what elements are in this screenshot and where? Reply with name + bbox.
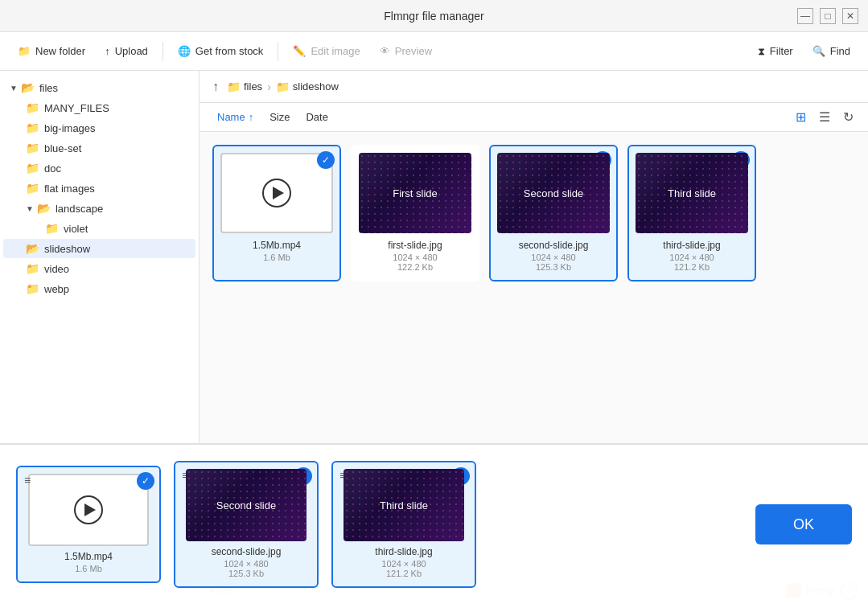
check-badge: ✓	[137, 472, 154, 490]
file-card-second-slide[interactable]: ✓ Second slide second-slide.jpg 1024 × 4…	[489, 145, 618, 281]
sidebar-item-video[interactable]: 📁 video	[3, 259, 195, 278]
file-name: second-slide.jpg	[519, 240, 589, 251]
sidebar-item-flat-images[interactable]: 📁 flat images	[3, 179, 195, 198]
maximize-button[interactable]: □	[820, 8, 836, 24]
file-name: first-slide.jpg	[388, 240, 442, 251]
search-icon: 🔍	[812, 45, 825, 57]
file-dims: 1024 × 480	[669, 253, 714, 262]
upload-icon: ↑	[105, 45, 110, 57]
bottom-card-second-slide[interactable]: ≡ ✓ Second slide second-slide.jpg 1024 ×…	[174, 461, 319, 588]
file-name: 1.5Mb.mp4	[253, 240, 301, 251]
folder-icon: 📁	[26, 162, 39, 175]
sidebar-item-landscape[interactable]: ▼ 📂 landscape	[3, 199, 195, 218]
folder-icon: 📂	[37, 202, 51, 215]
folder-icon: 📁	[26, 262, 39, 275]
breadcrumb-slideshow[interactable]: 📁 slideshow	[276, 80, 339, 93]
sidebar-item-big-images[interactable]: 📁 big-images	[3, 118, 195, 138]
folder-icon: 📁	[26, 101, 39, 114]
view-controls: ⊞ ☰ ↻	[791, 106, 858, 128]
play-icon	[74, 495, 103, 524]
file-size: 121.2 Kb	[674, 262, 710, 272]
sidebar-item-doc[interactable]: 📁 doc	[3, 158, 195, 178]
bottom-card-video[interactable]: ≡ ✓ 1.5Mb.mp4 1.6 Mb	[16, 466, 161, 583]
folder-icon: 📂	[26, 242, 39, 255]
breadcrumb-files[interactable]: 📁 files	[227, 80, 262, 93]
image-thumbnail: Third slide	[343, 469, 464, 541]
image-thumbnail: Second slide	[186, 469, 306, 541]
menu-icon[interactable]: ≡	[24, 474, 31, 487]
toolbar-right: ⧗ Filter 🔍 Find	[750, 40, 858, 63]
file-card-first-slide[interactable]: First slide first-slide.jpg 1024 × 480 1…	[351, 145, 479, 281]
folder-icon: 📁	[26, 142, 39, 154]
file-size: 125.3 Kb	[536, 262, 571, 272]
file-dims: 1024 × 480	[381, 559, 426, 569]
collapse-arrow: ▼	[10, 84, 18, 92]
image-thumbnail: Third slide	[636, 153, 748, 233]
file-size: 1.6 Mb	[75, 564, 102, 573]
file-dims: 1024 × 480	[224, 559, 268, 569]
app-title: Flmngr file manager	[384, 10, 484, 23]
play-triangle	[84, 503, 96, 516]
grid-view-button[interactable]: ⊞	[791, 106, 811, 128]
breadcrumb-up-button[interactable]: ↑	[209, 76, 222, 97]
breadcrumb-separator: ›	[267, 80, 271, 93]
sidebar-item-violet[interactable]: 📁 violet	[3, 219, 195, 238]
toolbar-separator	[162, 42, 163, 61]
window-controls: — □ ✕	[797, 8, 858, 24]
find-button[interactable]: 🔍 Find	[804, 40, 858, 62]
image-thumbnail: Second slide	[497, 153, 610, 233]
video-thumbnail	[220, 153, 333, 233]
sidebar-item-slideshow[interactable]: 📂 slideshow	[3, 239, 195, 258]
collapse-arrow: ▼	[26, 204, 34, 213]
folder-icon: 📁	[227, 80, 241, 93]
sort-by-name-button[interactable]: Name ↑	[209, 108, 261, 126]
edit-image-icon: ✏️	[293, 45, 306, 57]
upload-button[interactable]: ↑ Upload	[97, 40, 156, 62]
sort-bar: Name ↑ Size Date ⊞ ☰ ↻	[200, 103, 868, 132]
sort-by-size-button[interactable]: Size	[261, 108, 298, 126]
minimize-button[interactable]: —	[797, 8, 813, 24]
ok-button[interactable]: OK	[755, 504, 852, 544]
title-bar: Flmngr file manager — □ ✕	[0, 0, 868, 32]
list-view-button[interactable]: ☰	[814, 106, 835, 128]
sidebar-item-many-files[interactable]: 📁 MANY_FILES	[3, 98, 195, 117]
file-name: second-slide.jpg	[212, 546, 282, 557]
bottom-card-third-slide[interactable]: ≡ ✓ Third slide third-slide.jpg 1024 × 4…	[331, 461, 476, 588]
sidebar-item-files-root[interactable]: ▼ 📂 files	[3, 78, 195, 97]
sidebar-item-blue-set[interactable]: 📁 blue-set	[3, 138, 195, 158]
file-dims: 1024 × 480	[393, 253, 437, 262]
video-thumbnail	[28, 474, 149, 546]
file-name: 1.5Mb.mp4	[64, 551, 113, 562]
refresh-button[interactable]: ↻	[838, 106, 858, 128]
bottom-panel: ≡ ✓ 1.5Mb.mp4 1.6 Mb ≡ ✓ Second slide se…	[0, 443, 868, 604]
sort-by-date-button[interactable]: Date	[298, 108, 335, 126]
folder-icon: 📁	[26, 121, 39, 134]
toolbar-separator-2	[278, 42, 278, 61]
filter-button[interactable]: ⧗ Filter	[750, 40, 801, 63]
slide-background: Second slide	[186, 469, 306, 541]
folder-icon: 📁	[26, 182, 39, 195]
file-card-third-slide[interactable]: ✓ Third slide third-slide.jpg 1024 × 480…	[627, 145, 756, 281]
get-from-stock-button[interactable]: 🌐 Get from stock	[170, 40, 272, 62]
folder-icon: 📁	[276, 80, 290, 93]
folder-icon: 📁	[26, 282, 39, 295]
new-folder-icon: 📁	[18, 45, 31, 57]
slide-background: Third slide	[343, 469, 464, 541]
close-button[interactable]: ✕	[842, 8, 858, 24]
file-card-video[interactable]: ✓ 1.5Mb.mp4 1.6 Mb	[212, 145, 341, 281]
preview-button[interactable]: 👁 Preview	[372, 40, 440, 62]
file-size: 121.2 Kb	[386, 569, 422, 578]
file-size: 122.2 Kb	[397, 262, 433, 272]
image-thumbnail: First slide	[359, 153, 471, 233]
edit-image-button[interactable]: ✏️ Edit image	[285, 40, 368, 62]
slide-background: Third slide	[636, 153, 748, 233]
file-meta: 1.6 Mb	[263, 253, 290, 262]
file-size: 125.3 Kb	[228, 569, 264, 578]
play-triangle	[273, 187, 284, 199]
new-folder-button[interactable]: 📁 New folder	[10, 40, 93, 62]
folder-icon: 📂	[21, 81, 35, 94]
toolbar: 📁 New folder ↑ Upload 🌐 Get from stock ✏…	[0, 32, 868, 71]
check-badge: ✓	[317, 151, 335, 169]
file-name: third-slide.jpg	[375, 546, 432, 557]
sidebar-item-webp[interactable]: 📁 webp	[3, 279, 195, 298]
